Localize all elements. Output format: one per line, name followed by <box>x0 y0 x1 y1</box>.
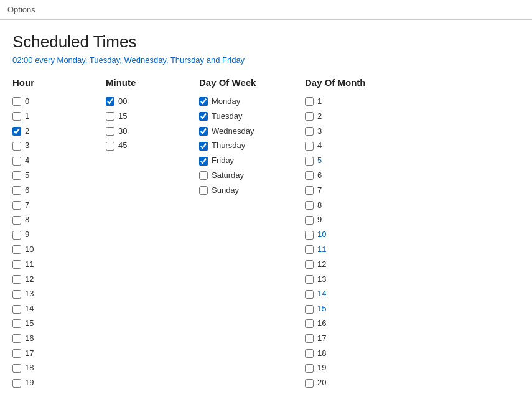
hour-checkbox-4[interactable] <box>12 157 21 166</box>
dom-label-1[interactable]: 1 <box>317 95 322 108</box>
dow-checkbox-Tuesday[interactable] <box>199 112 208 121</box>
dom-label-19[interactable]: 19 <box>317 362 326 375</box>
dom-label-15[interactable]: 15 <box>317 302 326 315</box>
dow-checkbox-Monday[interactable] <box>199 97 208 106</box>
dow-checkbox-Saturday[interactable] <box>199 171 208 180</box>
hour-checkbox-13[interactable] <box>12 290 21 299</box>
hour-checkbox-14[interactable] <box>12 305 21 314</box>
hour-checkbox-0[interactable] <box>12 97 21 106</box>
dow-label-Tuesday[interactable]: Tuesday <box>212 110 242 123</box>
dom-label-10[interactable]: 10 <box>317 228 326 241</box>
dom-label-11[interactable]: 11 <box>317 243 326 256</box>
dom-label-16[interactable]: 16 <box>317 317 326 330</box>
hour-checkbox-7[interactable] <box>12 201 21 210</box>
hour-label-0[interactable]: 0 <box>25 95 29 108</box>
dow-label-Monday[interactable]: Monday <box>212 95 240 108</box>
hour-label-14[interactable]: 14 <box>25 302 34 315</box>
dow-checkbox-Thursday[interactable] <box>199 142 208 151</box>
hour-label-15[interactable]: 15 <box>25 317 34 330</box>
dom-checkbox-12[interactable] <box>305 260 314 269</box>
dow-checkbox-Sunday[interactable] <box>199 186 208 195</box>
hour-checkbox-19[interactable] <box>12 379 21 388</box>
dom-checkbox-4[interactable] <box>305 142 314 151</box>
dom-label-7[interactable]: 7 <box>317 184 322 197</box>
minute-label-45[interactable]: 45 <box>118 139 127 152</box>
hour-label-2[interactable]: 2 <box>25 125 29 138</box>
hour-label-16[interactable]: 16 <box>25 332 34 345</box>
hour-label-8[interactable]: 8 <box>25 213 29 227</box>
hour-checkbox-17[interactable] <box>12 349 21 358</box>
hour-label-7[interactable]: 7 <box>25 199 29 212</box>
minute-label-30[interactable]: 30 <box>118 125 127 138</box>
hour-label-3[interactable]: 3 <box>25 139 29 152</box>
hour-checkbox-12[interactable] <box>12 275 21 284</box>
dom-label-8[interactable]: 8 <box>317 199 322 212</box>
hour-checkbox-11[interactable] <box>12 260 21 269</box>
hour-checkbox-16[interactable] <box>12 334 21 343</box>
hour-checkbox-5[interactable] <box>12 171 21 180</box>
dom-label-17[interactable]: 17 <box>317 332 326 345</box>
minute-label-00[interactable]: 00 <box>118 95 127 108</box>
dom-checkbox-20[interactable] <box>305 379 314 388</box>
dom-checkbox-8[interactable] <box>305 201 314 210</box>
dom-checkbox-16[interactable] <box>305 319 314 328</box>
hour-label-11[interactable]: 11 <box>25 258 34 271</box>
dow-label-Friday[interactable]: Friday <box>212 154 234 167</box>
dom-label-2[interactable]: 2 <box>317 110 322 123</box>
dow-label-Sunday[interactable]: Sunday <box>212 184 239 197</box>
dom-label-13[interactable]: 13 <box>317 273 326 286</box>
dom-label-14[interactable]: 14 <box>317 287 326 301</box>
minute-label-15[interactable]: 15 <box>118 110 127 123</box>
hour-label-18[interactable]: 18 <box>25 362 34 375</box>
dom-checkbox-7[interactable] <box>305 186 314 195</box>
dow-label-Thursday[interactable]: Thursday <box>212 139 245 152</box>
dom-checkbox-3[interactable] <box>305 127 314 136</box>
dow-label-Wednesday[interactable]: Wednesday <box>212 125 254 138</box>
hour-checkbox-2[interactable] <box>12 127 21 136</box>
dom-label-9[interactable]: 9 <box>317 213 322 227</box>
hour-checkbox-18[interactable] <box>12 364 21 373</box>
dom-checkbox-11[interactable] <box>305 245 314 254</box>
dom-checkbox-6[interactable] <box>305 171 314 180</box>
minute-checkbox-45[interactable] <box>106 142 114 151</box>
hour-checkbox-3[interactable] <box>12 142 21 151</box>
hour-label-6[interactable]: 6 <box>25 184 29 197</box>
hour-label-17[interactable]: 17 <box>25 347 34 360</box>
minute-checkbox-30[interactable] <box>106 127 114 136</box>
dow-label-Saturday[interactable]: Saturday <box>212 169 244 182</box>
hour-checkbox-9[interactable] <box>12 231 21 240</box>
dom-checkbox-9[interactable] <box>305 216 314 225</box>
dom-checkbox-13[interactable] <box>305 275 314 284</box>
dom-label-20[interactable]: 20 <box>317 376 326 390</box>
hour-label-4[interactable]: 4 <box>25 154 29 167</box>
hour-label-12[interactable]: 12 <box>25 273 34 286</box>
dom-checkbox-2[interactable] <box>305 112 314 121</box>
hour-label-9[interactable]: 9 <box>25 228 29 241</box>
hour-label-19[interactable]: 19 <box>25 376 34 390</box>
dom-checkbox-17[interactable] <box>305 334 314 343</box>
dom-label-12[interactable]: 12 <box>317 258 326 271</box>
hour-checkbox-6[interactable] <box>12 186 21 195</box>
hour-label-13[interactable]: 13 <box>25 287 34 301</box>
dom-checkbox-1[interactable] <box>305 97 314 106</box>
dom-label-4[interactable]: 4 <box>317 139 322 152</box>
hour-checkbox-10[interactable] <box>12 245 21 254</box>
hour-checkbox-15[interactable] <box>12 319 21 328</box>
dom-label-6[interactable]: 6 <box>317 169 322 182</box>
dom-label-18[interactable]: 18 <box>317 347 326 360</box>
dom-checkbox-19[interactable] <box>305 364 314 373</box>
dom-checkbox-5[interactable] <box>305 157 314 166</box>
dom-checkbox-18[interactable] <box>305 349 314 358</box>
dom-label-3[interactable]: 3 <box>317 125 322 138</box>
dow-checkbox-Friday[interactable] <box>199 157 208 166</box>
dom-label-5[interactable]: 5 <box>317 154 322 167</box>
hour-label-1[interactable]: 1 <box>25 110 29 123</box>
dom-checkbox-14[interactable] <box>305 290 314 299</box>
dom-checkbox-15[interactable] <box>305 305 314 314</box>
hour-checkbox-1[interactable] <box>12 112 21 121</box>
hour-label-5[interactable]: 5 <box>25 169 29 182</box>
minute-checkbox-00[interactable] <box>106 97 114 106</box>
dom-checkbox-10[interactable] <box>305 231 314 240</box>
hour-label-10[interactable]: 10 <box>25 243 34 256</box>
minute-checkbox-15[interactable] <box>106 112 114 121</box>
